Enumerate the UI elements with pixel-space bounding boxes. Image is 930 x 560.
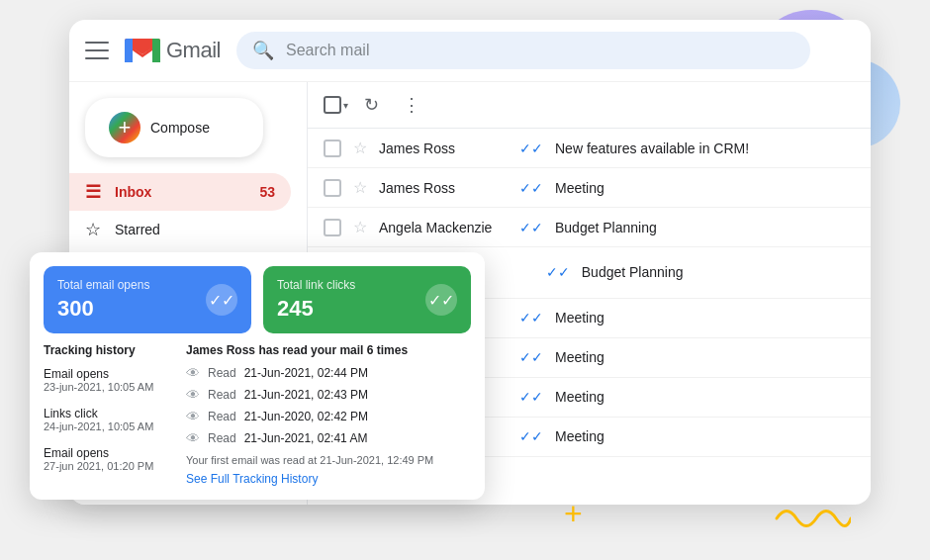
stat-check-opens: ✓✓ (206, 284, 237, 316)
eye-icon: 👁 (186, 430, 200, 446)
read-check-icon: ✓✓ (519, 310, 543, 326)
sidebar-item-inbox[interactable]: ☰ Inbox 53 (69, 173, 291, 211)
list-item: Email opens 27-jun 2021, 01:20 PM (44, 446, 172, 472)
search-icon: 🔍 (252, 40, 274, 61)
email-subject: New features available in CRM! (555, 140, 855, 156)
stats-row: Total email opens 300 ✓✓ Total link clic… (30, 252, 485, 343)
stat-card-email-opens: Total email opens 300 ✓✓ (44, 266, 251, 333)
stat-label-opens: Total email opens (57, 278, 149, 292)
email-checkbox[interactable] (324, 140, 341, 157)
decorative-plus: + (564, 496, 583, 532)
app-name: Gmail (166, 38, 221, 63)
decorative-wave (772, 499, 851, 532)
refresh-button[interactable]: ↻ (356, 90, 387, 120)
read-label: Read (208, 410, 236, 423)
email-toolbar: ▾ ↻ ⋮ (308, 82, 871, 129)
tracking-item-label: Email opens (44, 446, 172, 460)
eye-icon: 👁 (186, 365, 200, 381)
email-sender: Angela Mackenzie (379, 220, 508, 235)
sidebar-item-starred[interactable]: ☆ Starred (69, 211, 291, 248)
table-row[interactable]: ☆ Angela Mackenzie ✓✓ Budget Planning (308, 208, 871, 247)
tracking-history-title: Tracking history (44, 343, 172, 357)
list-item: 👁 Read 21-Jun-2021, 02:43 PM (186, 387, 471, 403)
read-date: 21-Jun-2021, 02:43 PM (244, 388, 368, 402)
compose-plus-icon: + (109, 112, 140, 143)
tracking-item-date: 23-jun-2021, 10:05 AM (44, 381, 172, 393)
email-checkbox[interactable] (324, 179, 341, 197)
list-item: Email opens 23-jun-2021, 10:05 AM (44, 367, 172, 393)
read-date: 21-Jun-2021, 02:44 PM (244, 366, 368, 380)
tracking-overlay-card: Total email opens 300 ✓✓ Total link clic… (30, 252, 485, 500)
tracking-item-date: 24-jun-2021, 10:05 AM (44, 420, 172, 432)
list-item: Links click 24-jun-2021, 10:05 AM (44, 407, 172, 432)
sidebar-item-label-starred: Starred (115, 222, 160, 237)
card-bottom: Tracking history Email opens 23-jun-2021… (30, 343, 485, 500)
read-check-icon: ✓✓ (546, 264, 570, 280)
stat-card-link-clicks: Total link clicks 245 ✓✓ (263, 266, 471, 333)
starred-icon: ☆ (85, 219, 101, 240)
inbox-badge: 53 (259, 184, 275, 200)
stat-check-clicks: ✓✓ (425, 284, 457, 316)
star-icon[interactable]: ☆ (353, 139, 367, 157)
tracking-item-label: Links click (44, 407, 172, 420)
compose-label: Compose (150, 120, 210, 136)
read-label: Read (208, 431, 236, 445)
eye-icon: 👁 (186, 387, 200, 403)
search-bar[interactable]: 🔍 Search mail (236, 32, 810, 69)
list-item: 👁 Read 21-Jun-2021, 02:44 PM (186, 365, 471, 381)
read-date: 21-Jun-2021, 02:41 AM (244, 431, 368, 445)
read-check-icon: ✓✓ (519, 389, 543, 405)
email-subject: Budget Planning (555, 220, 855, 235)
more-options-button[interactable]: ⋮ (395, 90, 428, 120)
first-email-text: Your first email was read at 21-Jun-2021… (186, 454, 471, 466)
read-check-icon: ✓✓ (519, 220, 543, 235)
stat-value-clicks: 245 (277, 296, 355, 322)
table-row[interactable]: ☆ James Ross ✓✓ Meeting (308, 168, 871, 208)
email-subject: Meeting (555, 428, 855, 444)
email-subject: Budget Planning (582, 264, 855, 280)
star-icon[interactable]: ☆ (353, 218, 367, 236)
table-row[interactable]: ☆ James Ross ✓✓ New features available i… (308, 129, 871, 168)
read-check-icon: ✓✓ (519, 180, 543, 196)
compose-button[interactable]: + Compose (85, 98, 263, 157)
read-check-icon: ✓✓ (519, 140, 543, 156)
menu-icon[interactable] (85, 42, 109, 59)
inbox-icon: ☰ (85, 181, 101, 203)
gmail-header: Gmail 🔍 Search mail (69, 20, 871, 82)
read-history: James Ross has read your mail 6 times 👁 … (186, 343, 471, 486)
stat-value-opens: 300 (57, 296, 149, 322)
read-check-icon: ✓✓ (519, 428, 543, 444)
gmail-logo: Gmail (125, 37, 221, 64)
sidebar-item-label-inbox: Inbox (115, 184, 151, 200)
email-subject: Meeting (555, 349, 855, 365)
select-all-checkbox[interactable]: ▾ (324, 96, 348, 114)
search-placeholder: Search mail (286, 42, 369, 59)
email-subject: Meeting (555, 310, 855, 326)
eye-icon: 👁 (186, 409, 200, 424)
read-history-title: James Ross has read your mail 6 times (186, 343, 471, 357)
tracking-item-date: 27-jun 2021, 01:20 PM (44, 460, 172, 472)
see-full-tracking-link[interactable]: See Full Tracking History (186, 472, 471, 486)
read-label: Read (208, 388, 236, 402)
email-checkbox[interactable] (324, 219, 341, 236)
list-item: 👁 Read 21-Jun-2020, 02:42 PM (186, 409, 471, 424)
email-subject: Meeting (555, 389, 855, 405)
email-subject: Meeting (555, 180, 855, 196)
read-check-icon: ✓✓ (519, 349, 543, 365)
stat-label-clicks: Total link clicks (277, 278, 355, 292)
read-date: 21-Jun-2020, 02:42 PM (244, 410, 368, 423)
read-label: Read (208, 366, 236, 380)
email-sender: James Ross (379, 180, 508, 196)
email-sender: James Ross (379, 140, 508, 156)
list-item: 👁 Read 21-Jun-2021, 02:41 AM (186, 430, 471, 446)
star-icon[interactable]: ☆ (353, 178, 367, 197)
tracking-item-label: Email opens (44, 367, 172, 381)
gmail-logo-svg (125, 37, 160, 64)
tracking-history: Tracking history Email opens 23-jun-2021… (44, 343, 172, 486)
